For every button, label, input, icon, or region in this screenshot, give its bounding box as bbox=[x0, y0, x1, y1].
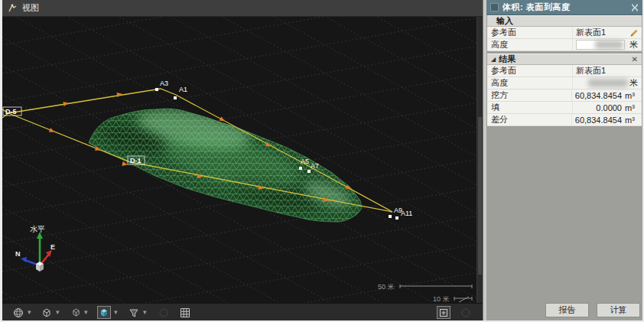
grid-view-icon bbox=[180, 307, 190, 318]
unit-label: m³ bbox=[625, 103, 639, 112]
row-label: 高度 bbox=[487, 77, 573, 89]
point-marker[interactable] bbox=[174, 96, 177, 99]
point-marker[interactable] bbox=[155, 88, 158, 91]
zoom-extents-icon bbox=[439, 308, 448, 317]
reference-surface-row: 参考面 新表面1 bbox=[487, 27, 642, 39]
station-label: D-1 bbox=[130, 157, 141, 164]
row-label: 高度 bbox=[487, 39, 573, 50]
panel-buttons: 报告 计算 bbox=[545, 303, 640, 317]
input-section-header[interactable]: 输入 bbox=[487, 15, 642, 27]
fill-volume-value: 0.0000 bbox=[596, 103, 622, 112]
point-label: A1 bbox=[179, 86, 187, 93]
axis-north-label: N bbox=[15, 250, 21, 258]
panel-title: 体积: 表面到高度 bbox=[503, 2, 627, 13]
filter-icon bbox=[128, 307, 139, 318]
calculate-button[interactable]: 计算 bbox=[597, 303, 640, 317]
disabled-tool-icon bbox=[158, 307, 169, 318]
row-label: 挖方 bbox=[487, 89, 572, 101]
dropdown-caret-icon[interactable]: ▾ bbox=[114, 307, 118, 317]
point-label: A5 bbox=[301, 158, 309, 165]
point-marker[interactable] bbox=[395, 216, 398, 220]
disabled-tool-button bbox=[157, 306, 171, 319]
elevation-input-row: 高度 米 bbox=[487, 39, 642, 51]
panel-body: 输入 参考面 新表面1 高度 米 bbox=[487, 15, 642, 126]
panel-header: 体积: 表面到高度 bbox=[486, 0, 642, 15]
disabled-tool-button bbox=[459, 306, 473, 319]
row-label: 差分 bbox=[487, 114, 572, 125]
difference-volume-value: 60,834.8454 bbox=[575, 115, 622, 125]
row-label: 参考面 bbox=[487, 65, 573, 76]
shaded-view-button[interactable] bbox=[97, 306, 111, 319]
volume-panel: 体积: 表面到高度 输入 参考面 新表面1 bbox=[486, 0, 642, 320]
globe-view-button[interactable] bbox=[11, 306, 25, 319]
shaded-cube-icon bbox=[99, 307, 109, 318]
clear-results-icon[interactable]: ✕ bbox=[632, 56, 638, 63]
dropdown-caret-icon[interactable]: ▾ bbox=[56, 307, 60, 317]
dropdown-caret-icon[interactable]: ▾ bbox=[28, 307, 31, 317]
point-label: A11 bbox=[401, 210, 412, 217]
dropdown-caret-icon[interactable]: ▾ bbox=[143, 307, 147, 317]
scene-canvas[interactable]: A3 A1 A5 A7 A9 A11 D-5 D-1 bbox=[2, 17, 483, 303]
grid-view-button[interactable] bbox=[178, 306, 192, 319]
fill-volume-row: 填 0.0000 m³ bbox=[487, 102, 642, 114]
result-section-header[interactable]: ◢ 结果 ✕ bbox=[487, 54, 642, 65]
hidden-line-cube-icon bbox=[71, 307, 81, 317]
collapse-triangle-icon[interactable]: ◢ bbox=[491, 57, 496, 63]
redacted-value-blur bbox=[595, 41, 623, 49]
axis-indicator: 水平 N E bbox=[15, 225, 55, 272]
unit-label: m³ bbox=[625, 115, 639, 125]
point-marker[interactable] bbox=[389, 215, 392, 218]
point-label: A7 bbox=[311, 162, 319, 170]
view-tabbar: 视图 bbox=[2, 0, 483, 17]
tab-view[interactable]: 视图 bbox=[22, 2, 39, 14]
disabled-tool-icon bbox=[460, 307, 471, 318]
view-tab-icon bbox=[8, 3, 18, 13]
dropdown-caret-icon[interactable]: ▾ bbox=[84, 307, 88, 317]
unit-label: 米 bbox=[629, 39, 639, 50]
station-label: D-5 bbox=[5, 108, 17, 115]
window-edge bbox=[0, 0, 2, 322]
result-elevation-row: 高度 米 bbox=[487, 77, 642, 89]
elevation-input[interactable] bbox=[576, 40, 625, 50]
zoom-extents-button[interactable] bbox=[437, 306, 450, 319]
unit-label: m³ bbox=[625, 91, 639, 100]
result-reference-surface-value: 新表面1 bbox=[576, 65, 606, 76]
app-window: 视图 bbox=[0, 0, 644, 322]
reference-surface-value: 新表面1 bbox=[576, 27, 606, 38]
point-marker[interactable] bbox=[307, 170, 311, 173]
scrollbar-thumb[interactable] bbox=[478, 117, 482, 275]
axis-east-label: E bbox=[50, 243, 55, 251]
scale-bar-label: 50 米 bbox=[378, 283, 395, 291]
row-label: 填 bbox=[487, 102, 573, 113]
cut-volume-row: 挖方 60,834.8454 m³ bbox=[487, 89, 642, 102]
report-button[interactable]: 报告 bbox=[545, 303, 589, 317]
panel-icon bbox=[490, 3, 499, 11]
globe-icon bbox=[13, 307, 24, 318]
result-reference-surface-row: 参考面 新表面1 bbox=[487, 65, 642, 77]
point-marker[interactable] bbox=[299, 167, 302, 170]
row-label: 参考面 bbox=[487, 27, 573, 38]
viewport-toolbar: ▾ ▾ ▾ ▾ bbox=[2, 303, 483, 320]
difference-volume-row: 差分 60,834.8454 m³ bbox=[487, 114, 642, 126]
filter-button[interactable] bbox=[127, 306, 141, 319]
result-section-label: 结果 bbox=[499, 54, 516, 65]
scale-bar-label: 10 米 bbox=[433, 295, 450, 303]
viewport-scrollbar[interactable] bbox=[476, 17, 483, 303]
point-label: A3 bbox=[160, 80, 168, 87]
edit-pencil-icon[interactable] bbox=[629, 28, 639, 37]
unit-label: 米 bbox=[629, 77, 639, 89]
input-section-label: 输入 bbox=[496, 15, 513, 27]
redacted-value-blur bbox=[588, 79, 628, 87]
hidden-line-view-button[interactable] bbox=[69, 306, 83, 319]
wireframe-view-button[interactable] bbox=[40, 306, 54, 319]
axis-up-label: 水平 bbox=[30, 225, 45, 233]
cut-volume-value: 60,834.8454 bbox=[575, 91, 622, 100]
wireframe-cube-icon bbox=[41, 307, 52, 318]
scene-overlay: A3 A1 A5 A7 A9 A11 D-5 D-1 bbox=[2, 17, 483, 303]
viewport-3d: 视图 bbox=[2, 0, 483, 320]
pin-close-icon[interactable] bbox=[631, 4, 639, 11]
